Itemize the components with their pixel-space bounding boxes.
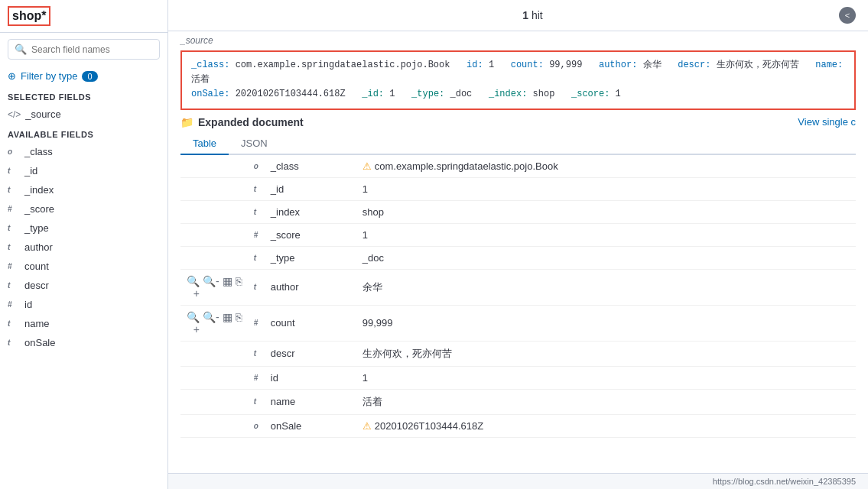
field-name: descr bbox=[24, 280, 49, 291]
row-type: t bbox=[248, 389, 265, 414]
field-type-icon: t bbox=[8, 243, 20, 251]
sidebar-field-id[interactable]: #id bbox=[0, 295, 167, 314]
row-type: # bbox=[248, 366, 265, 389]
sidebar-header: shop* bbox=[0, 0, 167, 33]
back-button[interactable]: < bbox=[839, 7, 856, 24]
row-value: 1 bbox=[356, 366, 856, 389]
source-field-name: _source bbox=[25, 108, 60, 120]
sidebar-field-_type[interactable]: t_type bbox=[0, 219, 167, 238]
table-row: tdescr生亦何欢，死亦何苦 bbox=[180, 341, 856, 366]
expanded-header: 📁 Expanded document View single c bbox=[180, 116, 856, 128]
search-input[interactable] bbox=[31, 44, 153, 55]
field-type-icon: t bbox=[8, 224, 20, 232]
row-field: _index bbox=[265, 200, 356, 223]
row-field: onSale bbox=[265, 414, 356, 437]
sidebar-field-_id[interactable]: t_id bbox=[0, 161, 167, 180]
search-icon: 🔍 bbox=[15, 44, 27, 55]
zoom-in-icon[interactable]: 🔍+ bbox=[187, 311, 200, 335]
field-type-icon: t bbox=[8, 319, 20, 328]
tab-table[interactable]: Table bbox=[180, 133, 229, 155]
table-row: t_type_doc bbox=[180, 246, 856, 269]
field-type-icon: # bbox=[8, 300, 20, 309]
source-row: _source bbox=[168, 31, 868, 47]
table-row: oonSale⚠20201026T103444.618Z bbox=[180, 414, 856, 437]
warning-icon: ⚠ bbox=[362, 160, 372, 172]
expanded-title-text: Expanded document bbox=[198, 116, 304, 128]
sidebar-field-_score[interactable]: #_score bbox=[0, 199, 167, 219]
search-field-box[interactable]: 🔍 bbox=[8, 39, 160, 60]
row-actions bbox=[180, 389, 248, 414]
sidebar-field-_index[interactable]: t_index bbox=[0, 180, 167, 199]
zoom-out-icon[interactable]: 🔍- bbox=[203, 275, 219, 300]
row-type: o bbox=[248, 155, 265, 178]
filter-icon[interactable]: ▦ bbox=[223, 311, 232, 335]
row-actions bbox=[180, 341, 248, 366]
field-name: count bbox=[24, 261, 49, 272]
row-field: descr bbox=[265, 341, 356, 366]
row-field: id bbox=[265, 366, 356, 389]
sidebar-field-descr[interactable]: tdescr bbox=[0, 276, 167, 295]
filter-icon[interactable]: ▦ bbox=[223, 275, 232, 300]
row-type: t bbox=[248, 177, 265, 200]
result-count: 1 hit bbox=[510, 3, 554, 28]
table-row: tname活着 bbox=[180, 389, 856, 414]
sidebar-field-name[interactable]: tname bbox=[0, 314, 167, 333]
field-name: _index bbox=[24, 184, 54, 196]
filter-icon: ⊕ bbox=[8, 70, 16, 82]
table-row: 🔍+ 🔍- ▦ ⎘ #count99,999 bbox=[180, 305, 856, 341]
content-area: _source _class: com.example.springdatael… bbox=[168, 31, 868, 473]
expanded-section: 📁 Expanded document View single c Table … bbox=[180, 116, 856, 438]
filter-count: 0 bbox=[82, 71, 97, 82]
nav-bar: 1 hit < bbox=[168, 0, 868, 31]
sidebar-field-count[interactable]: #count bbox=[0, 257, 167, 276]
expanded-title: 📁 Expanded document bbox=[180, 116, 304, 128]
tabs: Table JSON bbox=[180, 133, 856, 155]
field-type-icon: t bbox=[8, 338, 20, 347]
field-type-icon: # bbox=[8, 262, 20, 270]
warning-icon: ⚠ bbox=[362, 420, 372, 432]
doc-raw: _class: com.example.springdataelastic.po… bbox=[180, 50, 856, 110]
hits-label: hit bbox=[532, 9, 543, 21]
row-value: 活着 bbox=[356, 389, 856, 414]
copy-icon[interactable]: ⎘ bbox=[236, 311, 242, 335]
filter-by-type[interactable]: ⊕ Filter by type 0 bbox=[0, 66, 167, 86]
row-field: name bbox=[265, 389, 356, 414]
row-field: count bbox=[265, 305, 356, 341]
field-name: id bbox=[24, 299, 32, 310]
row-actions bbox=[180, 366, 248, 389]
row-actions bbox=[180, 177, 248, 200]
copy-icon[interactable]: ⎘ bbox=[236, 275, 242, 300]
selected-source-field[interactable]: </> _source bbox=[0, 105, 167, 124]
row-type: t bbox=[248, 341, 265, 366]
row-field: author bbox=[265, 269, 356, 305]
row-actions: 🔍+ 🔍- ▦ ⎘ bbox=[180, 305, 248, 341]
row-actions bbox=[180, 414, 248, 437]
view-single-link[interactable]: View single c bbox=[798, 116, 856, 128]
sidebar-field-_class[interactable]: o_class bbox=[0, 142, 167, 161]
row-actions bbox=[180, 223, 248, 246]
filter-label: Filter by type bbox=[21, 70, 77, 82]
row-type: # bbox=[248, 305, 265, 341]
footer-url: https://blog.csdn.net/weixin_42385395 bbox=[713, 477, 856, 486]
row-value: ⚠com.example.springdataelastic.pojo.Book bbox=[356, 155, 856, 178]
field-name: _score bbox=[24, 203, 54, 215]
row-type: t bbox=[248, 200, 265, 223]
folder-icon: 📁 bbox=[180, 116, 193, 128]
sidebar-field-author[interactable]: tauthor bbox=[0, 238, 167, 257]
field-name: _type bbox=[24, 222, 49, 234]
main-content: 1 hit < _source _class: com.example.spri… bbox=[168, 0, 868, 489]
zoom-in-icon[interactable]: 🔍+ bbox=[187, 275, 200, 300]
field-name: _class bbox=[24, 146, 53, 157]
sidebar-field-onSale[interactable]: tonSale bbox=[0, 333, 167, 352]
tab-json[interactable]: JSON bbox=[229, 133, 280, 155]
field-type-icon: t bbox=[8, 281, 20, 290]
table-row: t_indexshop bbox=[180, 200, 856, 223]
sidebar: shop* 🔍 ⊕ Filter by type 0 Selected fiel… bbox=[0, 0, 168, 489]
row-value: 余华 bbox=[356, 269, 856, 305]
zoom-out-icon[interactable]: 🔍- bbox=[203, 311, 219, 335]
row-value: 生亦何欢，死亦何苦 bbox=[356, 341, 856, 366]
row-value: 1 bbox=[356, 177, 856, 200]
row-value: 99,999 bbox=[356, 305, 856, 341]
table-row: o_class⚠com.example.springdataelastic.po… bbox=[180, 155, 856, 178]
field-type-icon: t bbox=[8, 186, 20, 194]
